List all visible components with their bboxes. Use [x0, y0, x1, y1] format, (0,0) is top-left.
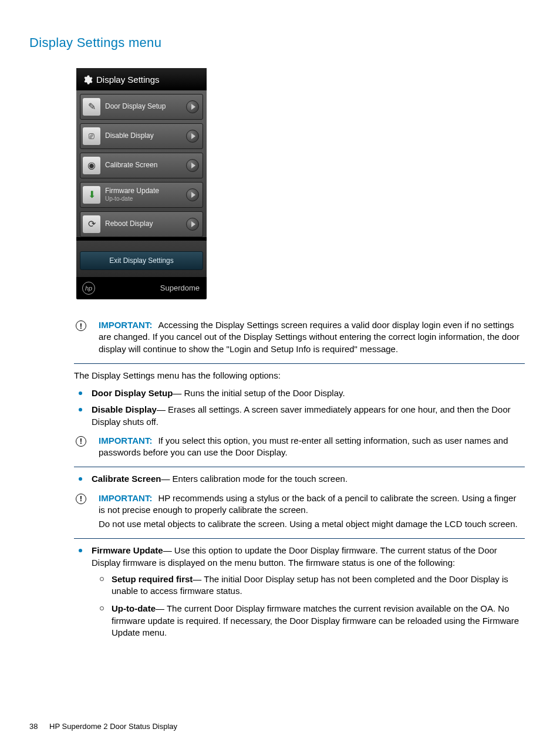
firmware-update-icon: ⬇	[83, 186, 100, 204]
exit-display-settings-button[interactable]: Exit Display Settings	[80, 251, 203, 270]
option-disable-display: Disable Display— Erases all settings. A …	[92, 404, 525, 428]
options-list: Calibrate Screen— Enters calibration mod…	[92, 473, 525, 485]
menu-item-label: Disable Display	[105, 132, 186, 140]
menu-item-label: Reboot Display	[105, 220, 186, 228]
hp-logo-icon: hp	[82, 282, 95, 295]
options-list: Door Display Setup— Runs the initial set…	[92, 387, 525, 428]
menu-item-disable-display[interactable]: ⎚ Disable Display	[80, 123, 203, 149]
reboot-display-icon: ⟳	[83, 215, 100, 233]
menu-item-label: Door Display Setup	[105, 103, 186, 111]
chevron-right-icon	[186, 159, 199, 172]
alert-icon: !	[74, 436, 88, 447]
panel-header: Display Settings	[76, 68, 207, 90]
display-settings-panel: Display Settings ✎ Door Display Setup ⎚ …	[76, 68, 207, 299]
option-calibrate-screen: Calibrate Screen— Enters calibration mod…	[92, 473, 525, 485]
chevron-right-icon	[186, 218, 199, 231]
options-list: Firmware Update— Use this option to upda…	[92, 545, 525, 639]
chevron-right-icon	[186, 188, 199, 201]
callout-text: HP recommends using a stylus or the back…	[99, 493, 516, 515]
gear-icon	[82, 75, 93, 85]
menu-item-sublabel: Up-to-date	[105, 195, 186, 202]
callout-label: IMPORTANT:	[99, 320, 152, 330]
menu-item-reboot-display[interactable]: ⟳ Reboot Display	[80, 211, 203, 237]
menu-item-label: Firmware Update	[105, 187, 186, 195]
callout-text: If you select this option, you must re-e…	[99, 436, 508, 457]
alert-icon: !	[74, 494, 88, 504]
suboption-setup-required: Setup required first— The initial Door D…	[112, 573, 525, 598]
door-display-setup-icon: ✎	[83, 98, 100, 116]
callout-text: Accessing the Display Settings screen re…	[99, 320, 519, 354]
firmware-status-list: Setup required first— The initial Door D…	[112, 573, 525, 639]
panel-title: Display Settings	[96, 74, 160, 86]
alert-icon: !	[74, 320, 88, 331]
calibrate-screen-icon: ◉	[83, 157, 100, 174]
menu-item-label: Calibrate Screen	[105, 161, 186, 170]
menu-list: ✎ Door Display Setup ⎚ Disable Display ◉…	[76, 90, 207, 237]
callout-label: IMPORTANT:	[99, 436, 152, 445]
chevron-right-icon	[186, 130, 199, 143]
callout-label: IMPORTANT:	[99, 493, 152, 503]
option-door-display-setup: Door Display Setup— Runs the initial set…	[92, 387, 525, 399]
callout-text-2: Do not use metal objects to calibrate th…	[99, 518, 525, 530]
intro-text: The Display Settings menu has the follow…	[74, 370, 525, 382]
important-callout-3: ! IMPORTANT:HP recommends using a stylus…	[74, 490, 525, 539]
panel-footer: hp Superdome	[76, 277, 207, 297]
menu-item-door-display-setup[interactable]: ✎ Door Display Setup	[80, 94, 203, 120]
disable-display-icon: ⎚	[83, 127, 100, 145]
page-title: Display Settings menu	[29, 34, 531, 52]
important-callout-1: ! IMPORTANT:Accessing the Display Settin…	[74, 317, 525, 364]
exit-area: Exit Display Settings	[76, 241, 207, 277]
chevron-right-icon	[186, 100, 199, 113]
important-callout-2: ! IMPORTANT:If you select this option, y…	[74, 433, 525, 468]
menu-item-calibrate-screen[interactable]: ◉ Calibrate Screen	[80, 153, 203, 178]
panel-footer-text: Superdome	[160, 283, 200, 293]
menu-item-firmware-update[interactable]: ⬇ Firmware Update Up-to-date	[80, 182, 203, 208]
option-firmware-update: Firmware Update— Use this option to upda…	[92, 545, 525, 639]
suboption-up-to-date: Up-to-date— The current Door Display fir…	[112, 603, 525, 639]
